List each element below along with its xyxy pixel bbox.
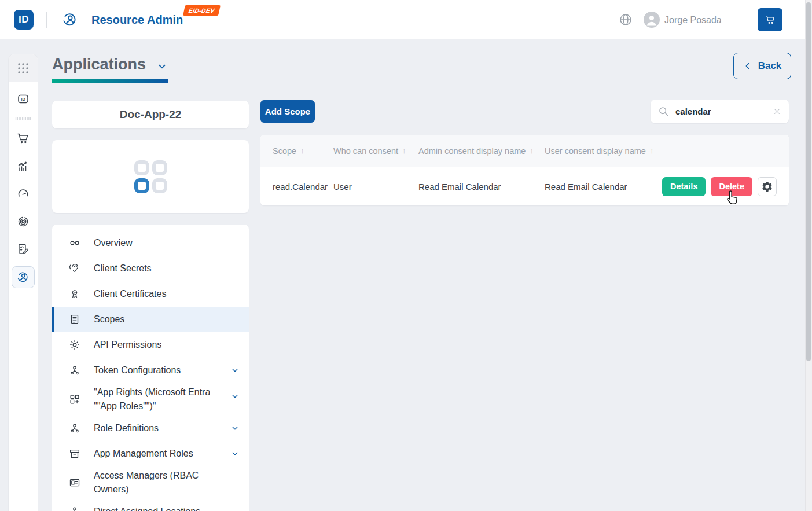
add-scope-button[interactable]: Add Scope — [260, 100, 315, 123]
scrollbar-thumb[interactable] — [806, 2, 811, 361]
back-button[interactable]: Back — [733, 53, 791, 79]
id-card-icon — [68, 476, 81, 489]
rail-items: ID — [9, 85, 38, 288]
column-header[interactable]: Scope↑ — [273, 146, 333, 156]
row-actions: DetailsDelete — [662, 177, 777, 196]
cell-who_can_consent: User — [333, 182, 418, 192]
cell-scope: read.Calendar — [273, 182, 333, 192]
nav-item-label: Client Certificates — [94, 287, 166, 301]
nav-item[interactable]: API Permissions — [52, 332, 249, 358]
search-input[interactable] — [675, 106, 766, 116]
icon-rail: ID — [8, 54, 38, 511]
row-settings-button[interactable] — [758, 177, 777, 196]
grid-plus-icon — [68, 393, 81, 406]
nav-item[interactable]: Token Configurations — [52, 358, 249, 383]
nav-item[interactable]: App Management Roles — [52, 441, 249, 466]
rail-item-speedometer[interactable] — [9, 180, 38, 208]
nav-item-label: App Management Roles — [94, 447, 193, 461]
application-logo-card — [52, 140, 249, 213]
nav-item-label: Direct Assigned Locations — [94, 505, 200, 511]
rail-item-person-sync[interactable] — [12, 266, 35, 288]
chevron-down-icon[interactable] — [230, 449, 240, 458]
sort-arrow-icon: ↑ — [402, 146, 406, 155]
table-row: read.CalendarUserRead Email CalendarRead… — [260, 167, 789, 205]
rail-item-fingerprint[interactable] — [9, 208, 38, 236]
app-nav: OverviewClient SecretsClient Certificate… — [52, 225, 249, 511]
environment-badge: EID-DEV — [183, 5, 221, 16]
nav-item-label: API Permissions — [94, 338, 161, 352]
user-name[interactable]: Jorge Posada — [664, 15, 722, 25]
column-header[interactable]: Who can consent↑ — [333, 146, 418, 156]
header-divider — [46, 12, 47, 28]
speedometer-icon — [16, 187, 30, 201]
table-header-row: Scope↑Who can consent↑Admin consent disp… — [260, 135, 789, 167]
cart-button[interactable] — [758, 8, 782, 31]
apps-menu-button[interactable] — [9, 54, 38, 82]
application-name-card: Doc-App-22 — [52, 101, 249, 128]
sort-arrow-icon: ↑ — [530, 146, 534, 155]
rail-item-shopping-cart[interactable] — [9, 124, 38, 152]
nav-item[interactable]: Client Secrets — [52, 256, 249, 281]
header-divider — [748, 12, 748, 28]
chevron-down-icon[interactable] — [230, 392, 240, 401]
column-header-label: Who can consent — [333, 146, 398, 156]
nav-item[interactable]: Role Definitions — [52, 416, 249, 441]
chevron-left-icon — [743, 61, 752, 71]
sort-arrow-icon: ↑ — [650, 146, 654, 155]
app-window: ID Resource Admin EID-DEV Jorge Posada I… — [0, 0, 812, 511]
nav-item-label: Access Managers (RBAC Owners) — [94, 469, 226, 497]
clear-search-icon[interactable] — [772, 106, 782, 116]
cell-user_consent_display_name: Read Email Calendar — [545, 182, 662, 192]
nav-item-label: Overview — [94, 236, 133, 250]
rosette-icon — [68, 288, 81, 300]
delete-button[interactable]: Delete — [711, 177, 752, 196]
column-header[interactable]: Admin consent display name↑ — [418, 146, 545, 156]
fingerprint-icon — [16, 215, 30, 229]
details-button[interactable]: Details — [662, 177, 706, 196]
gear-solid-icon — [761, 181, 773, 193]
company-logo[interactable]: ID — [14, 10, 34, 30]
page-scrollbar[interactable] — [805, 0, 812, 511]
cart-icon — [765, 14, 776, 25]
avatar[interactable] — [644, 12, 660, 28]
ear-icon — [68, 262, 81, 275]
analytics-chart-icon — [16, 159, 30, 173]
chevron-down-icon[interactable] — [156, 61, 168, 72]
column-header[interactable]: User consent display name↑ — [545, 146, 777, 156]
person-network-icon — [68, 505, 81, 511]
table-body: read.CalendarUserRead Email CalendarRead… — [260, 167, 789, 205]
person-network-icon — [68, 364, 81, 377]
user-icon — [644, 12, 660, 28]
rail-item-id-badge[interactable]: ID — [9, 85, 38, 113]
search-icon — [657, 105, 670, 117]
nav-item[interactable]: "App Rights (Microsoft Entra ""App Roles… — [52, 383, 249, 416]
rail-item-analytics-chart[interactable] — [9, 152, 38, 180]
title-underline — [52, 79, 168, 83]
sort-arrow-icon: ↑ — [300, 146, 304, 155]
id-badge-icon: ID — [16, 92, 30, 106]
top-header: ID Resource Admin EID-DEV Jorge Posada — [0, 0, 805, 39]
person-sync-icon — [16, 270, 30, 284]
nav-item-label: "App Rights (Microsoft Entra ""App Roles… — [94, 385, 222, 413]
scopes-table: Scope↑Who can consent↑Admin consent disp… — [260, 135, 789, 205]
globe-icon[interactable] — [618, 12, 633, 27]
rail-item-slider-dashes[interactable] — [9, 113, 38, 124]
rail-item-task-edit[interactable] — [9, 236, 38, 263]
nav-item[interactable]: Scopes — [52, 307, 249, 332]
nav-item[interactable]: Overview — [52, 230, 249, 256]
nav-item-label: Role Definitions — [94, 421, 159, 435]
doc-lines-icon — [68, 313, 81, 326]
chevron-down-icon[interactable] — [230, 424, 240, 433]
nav-item[interactable]: Access Managers (RBAC Owners) — [52, 466, 249, 499]
slider-dashes-icon — [14, 115, 32, 123]
person-network-icon — [68, 422, 81, 435]
glasses-icon — [68, 237, 81, 249]
chevron-down-icon[interactable] — [230, 366, 240, 375]
nav-item[interactable]: Direct Assigned Locations — [52, 499, 249, 511]
apps-grid-icon — [16, 61, 30, 75]
nav-item[interactable]: Client Certificates — [52, 281, 249, 307]
task-edit-icon — [16, 242, 30, 256]
column-header-label: Admin consent display name — [418, 146, 526, 156]
archive-box-icon — [68, 447, 81, 460]
app-logo-placeholder-icon — [134, 160, 167, 193]
